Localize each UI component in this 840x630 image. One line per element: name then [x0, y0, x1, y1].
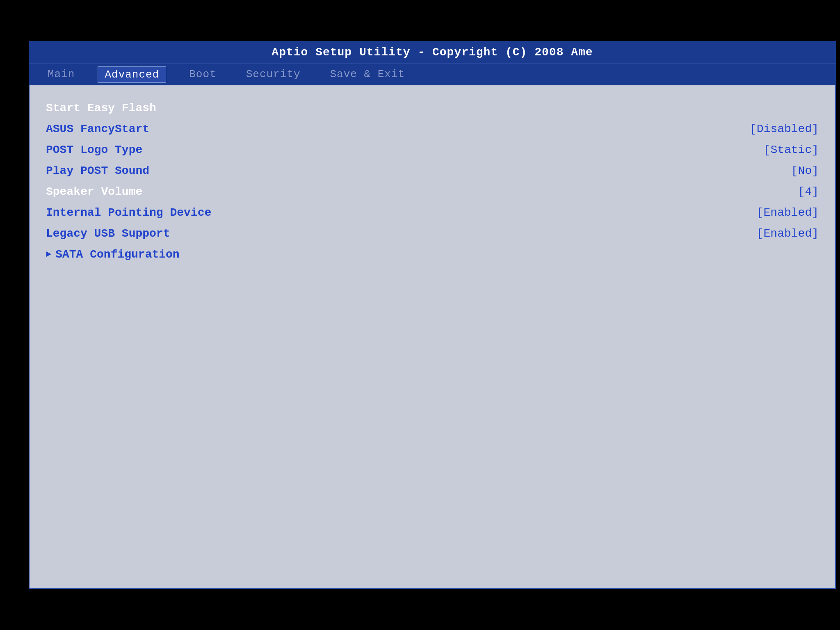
nav-advanced[interactable]: Advanced	[98, 66, 166, 83]
value-play-post-sound: [No]	[791, 164, 819, 177]
sata-arrow-icon: ►	[46, 249, 51, 260]
label-start-easy-flash: Start Easy Flash	[46, 102, 156, 114]
menu-item-play-post-sound[interactable]: Play POST Sound [No]	[46, 160, 819, 181]
title-bar: Aptio Setup Utility - Copyright (C) 2008…	[29, 41, 836, 64]
nav-bar: Main Advanced Boot Security Save & Exit	[29, 64, 836, 85]
label-sata-configuration: ► SATA Configuration	[46, 248, 180, 261]
menu-item-asus-fancystart[interactable]: ASUS FancyStart [Disabled]	[46, 119, 819, 139]
nav-security[interactable]: Security	[240, 66, 307, 83]
menu-item-sata-configuration[interactable]: ► SATA Configuration	[46, 244, 819, 265]
label-legacy-usb-support: Legacy USB Support	[46, 227, 170, 240]
empty-area	[46, 265, 819, 576]
nav-boot[interactable]: Boot	[183, 66, 223, 83]
value-legacy-usb-support: [Enabled]	[757, 227, 819, 240]
menu-item-post-logo-type[interactable]: POST Logo Type [Static]	[46, 139, 819, 160]
menu-item-legacy-usb-support[interactable]: Legacy USB Support [Enabled]	[46, 223, 819, 244]
label-play-post-sound: Play POST Sound	[46, 164, 149, 177]
title-text: Aptio Setup Utility - Copyright (C) 2008…	[272, 46, 593, 59]
nav-main[interactable]: Main	[41, 66, 81, 83]
label-speaker-volume: Speaker Volume	[46, 185, 142, 198]
value-asus-fancystart: [Disabled]	[750, 123, 819, 135]
content-area: Start Easy Flash ASUS FancyStart [Disabl…	[29, 85, 836, 589]
nav-save-exit[interactable]: Save & Exit	[324, 66, 412, 83]
value-post-logo-type: [Static]	[764, 144, 819, 156]
label-asus-fancystart: ASUS FancyStart	[46, 123, 149, 135]
menu-item-speaker-volume[interactable]: Speaker Volume [4]	[46, 181, 819, 202]
value-internal-pointing-device: [Enabled]	[757, 206, 819, 219]
menu-item-start-easy-flash[interactable]: Start Easy Flash	[46, 98, 819, 119]
value-speaker-volume: [4]	[798, 185, 819, 198]
label-post-logo-type: POST Logo Type	[46, 144, 142, 156]
label-internal-pointing-device: Internal Pointing Device	[46, 206, 211, 219]
screen-container: Aptio Setup Utility - Copyright (C) 2008…	[29, 41, 840, 589]
menu-item-internal-pointing-device[interactable]: Internal Pointing Device [Enabled]	[46, 202, 819, 223]
bios-window: Aptio Setup Utility - Copyright (C) 2008…	[29, 41, 836, 589]
